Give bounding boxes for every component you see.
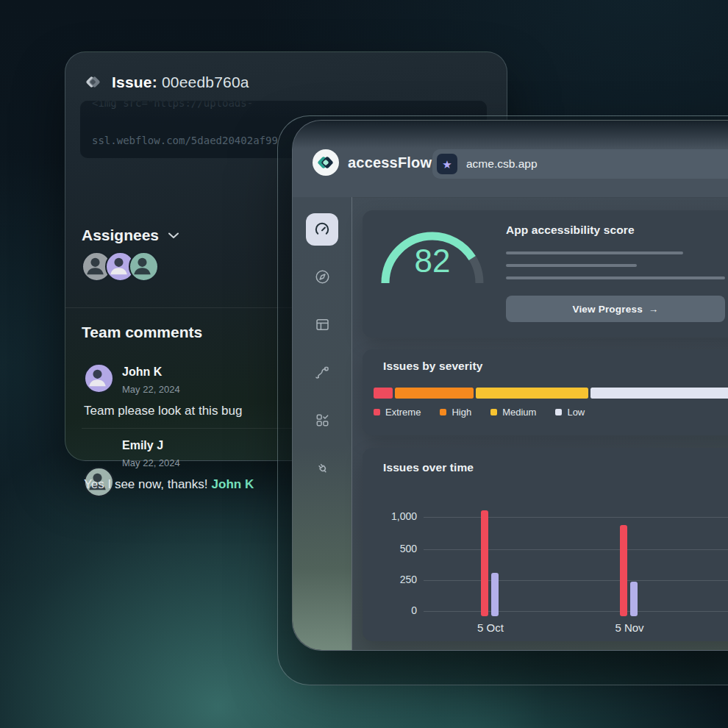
plug-icon	[314, 460, 331, 477]
skeleton-line	[506, 264, 637, 267]
legend-item-low: Low	[555, 407, 585, 418]
score-value: 82	[377, 243, 488, 279]
flow-route-icon	[314, 364, 331, 381]
legend-item-extreme: Extreme	[374, 407, 421, 418]
severity-segment-low	[590, 388, 728, 399]
gridline	[424, 611, 728, 612]
bar-5-nov-series-2	[630, 582, 638, 616]
bar-chart-plot: 02505001,0005 Oct5 Nov	[363, 448, 728, 641]
chevron-down-icon[interactable]	[168, 232, 179, 239]
skeleton-line	[506, 251, 683, 254]
assignee-avatars	[82, 251, 152, 282]
accessflow-logo-icon	[313, 149, 339, 176]
comments-heading: Team comments	[82, 324, 202, 341]
tasks-check-grid-icon	[314, 412, 331, 429]
bar-5-oct-series-1	[481, 510, 488, 616]
sidebar-item-flows[interactable]	[313, 363, 331, 381]
legend-swatch	[555, 409, 562, 415]
sidebar-divider	[351, 197, 352, 650]
severity-legend: ExtremeHighMediumLow	[374, 407, 585, 418]
legend-swatch	[440, 409, 446, 415]
issue-title: Issue: 00eedb760a	[112, 74, 249, 91]
url-text: acme.csb.app	[466, 157, 538, 171]
y-axis-label: 250	[363, 574, 417, 585]
y-axis-label: 500	[363, 543, 417, 554]
avatar	[129, 251, 159, 282]
assignees-heading: Assignees	[82, 226, 179, 244]
bar-5-nov-series-1	[620, 525, 627, 616]
sidebar-item-integrations[interactable]	[313, 459, 331, 477]
legend-item-medium: Medium	[490, 407, 536, 418]
gem-diamond-icon	[83, 72, 103, 92]
y-axis-label: 0	[363, 604, 417, 616]
severity-segment-high	[395, 388, 474, 399]
comment-author: John K	[122, 365, 162, 379]
sidebar-item-tasks[interactable]	[313, 411, 331, 429]
gridline	[424, 517, 728, 518]
x-axis-label: 5 Nov	[600, 621, 659, 634]
severity-stacked-bar	[374, 388, 728, 399]
score-card: 82 App accessibility score View Progress…	[363, 210, 728, 338]
brand: accessFlow	[313, 149, 432, 176]
comment-date: May 22, 2024	[122, 457, 180, 468]
arrow-right-icon: →	[649, 304, 659, 315]
severity-card-title: Issues by severity	[383, 360, 482, 373]
sidebar-item-layout[interactable]	[313, 315, 331, 333]
url-bar[interactable]: ★ acme.csb.app	[432, 149, 728, 179]
gridline	[424, 580, 728, 581]
x-axis-label: 5 Oct	[461, 621, 520, 634]
layout-panels-icon	[314, 316, 331, 333]
issues-over-time-card: Issues over time 02505001,0005 Oct5 Nov	[363, 448, 728, 641]
comment-text: Yes I see now, thanks!John K	[84, 477, 254, 492]
gridline	[424, 549, 728, 550]
legend-item-high: High	[440, 407, 471, 418]
y-axis-label: 1,000	[363, 510, 417, 522]
legend-swatch	[374, 409, 380, 415]
comment-text: Team please look at this bug	[84, 404, 242, 418]
star-icon: ★	[437, 154, 457, 174]
brand-name: accessFlow	[348, 154, 432, 171]
comment-author: Emily J	[122, 439, 163, 452]
bar-5-oct-series-2	[491, 573, 499, 616]
severity-segment-extreme	[374, 388, 393, 399]
avatar	[84, 363, 114, 393]
legend-swatch	[490, 409, 497, 415]
issue-panel-header: Issue: 00eedb760a	[83, 72, 249, 92]
code-line: ssl.webflow.com/5daed20402af99	[92, 135, 278, 146]
skeleton-line	[506, 276, 725, 279]
user-mention[interactable]: John K	[212, 477, 254, 491]
view-progress-button[interactable]: View Progress→	[506, 296, 725, 322]
severity-card: Issues by severity ExtremeHighMediumLow	[363, 349, 728, 435]
dashboard-window: accessFlow ★ acme.csb.app	[292, 120, 728, 651]
comment-date: May 22, 2024	[122, 384, 180, 395]
compass-icon	[314, 268, 331, 285]
severity-segment-medium	[476, 388, 588, 399]
speedometer-icon	[313, 221, 331, 238]
score-card-title: App accessibility score	[506, 224, 635, 237]
sidebar-item-dashboard[interactable]	[306, 213, 338, 246]
sidebar-item-explore[interactable]	[313, 268, 331, 285]
